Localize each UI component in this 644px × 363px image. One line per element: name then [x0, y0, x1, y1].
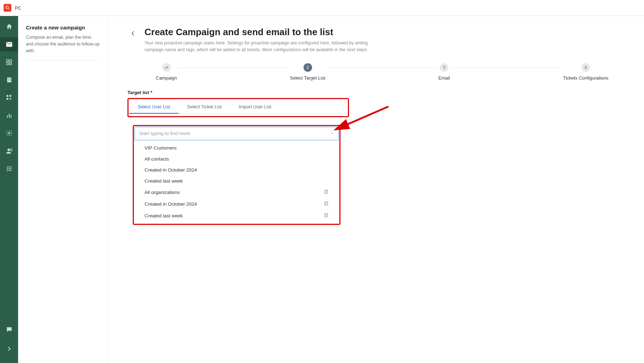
side-desc: Compose an email, plan the time, and cho…	[26, 34, 100, 61]
svg-rect-35	[327, 202, 327, 203]
svg-rect-38	[325, 213, 328, 217]
app-logo	[4, 4, 11, 12]
svg-point-17	[7, 148, 10, 151]
option-label: All organizations	[144, 190, 180, 195]
svg-rect-18	[10, 149, 12, 151]
svg-point-21	[10, 166, 11, 167]
svg-point-22	[7, 168, 8, 169]
svg-rect-11	[6, 98, 8, 100]
page-subtitle: Your new proactive campaign starts here.…	[144, 40, 372, 53]
nav-docs[interactable]	[0, 73, 18, 87]
target-tabs: Select User List Select Ticket List Impo…	[129, 100, 347, 114]
nav-add[interactable]	[0, 91, 18, 105]
svg-rect-39	[326, 214, 326, 215]
step-2-label: Select Target List	[290, 75, 325, 81]
svg-rect-6	[9, 63, 11, 65]
tab-select-ticket-list[interactable]: Select Ticket List	[179, 100, 230, 114]
svg-point-19	[7, 166, 8, 167]
target-list-label: Target list *	[127, 90, 626, 95]
nav-home[interactable]	[0, 20, 18, 34]
nav-settings[interactable]	[0, 126, 18, 140]
svg-rect-42	[327, 215, 327, 216]
option-label: All contacts	[144, 156, 169, 162]
nav-modules[interactable]	[0, 55, 18, 69]
app-code: PC	[15, 5, 21, 11]
svg-rect-31	[326, 192, 326, 192]
combobox-input[interactable]	[139, 131, 330, 136]
organization-icon	[324, 213, 329, 219]
svg-rect-32	[327, 192, 327, 192]
content-area: Create Campaign and send email to the li…	[108, 16, 644, 363]
combobox-option[interactable]: Created in October 2024	[135, 198, 339, 210]
step-4-circle[interactable]: 4	[582, 63, 590, 72]
svg-rect-37	[327, 204, 327, 204]
back-button[interactable]	[127, 28, 138, 39]
step-3-circle[interactable]: 3	[440, 63, 448, 72]
svg-rect-41	[326, 215, 326, 216]
option-label: Created in October 2024	[144, 167, 197, 173]
svg-point-24	[10, 168, 11, 169]
side-title: Create a new campaign	[26, 25, 100, 31]
page-title: Create Campaign and send email to the li…	[144, 27, 372, 38]
nav-apps[interactable]	[0, 162, 18, 176]
svg-rect-34	[326, 202, 326, 203]
svg-rect-28	[325, 190, 328, 193]
option-label: VIP Customers	[144, 145, 177, 151]
nav-email[interactable]	[0, 37, 18, 52]
svg-rect-40	[327, 214, 327, 215]
option-label: Created last week	[144, 178, 183, 184]
step-1-circle[interactable]	[162, 63, 171, 72]
tab-select-user-list[interactable]: Select User List	[129, 100, 179, 114]
svg-rect-30	[327, 191, 327, 191]
combobox[interactable]	[135, 127, 339, 140]
chevron-up-icon[interactable]	[330, 130, 334, 137]
nav-chat[interactable]	[0, 323, 18, 337]
combobox-option[interactable]: All organizations	[135, 186, 339, 198]
step-2-circle[interactable]: 2	[304, 63, 312, 72]
nav-rail	[0, 16, 18, 363]
option-label: Created last week	[144, 213, 183, 218]
tabs-highlight: Select User List Select Ticket List Impo…	[127, 98, 349, 117]
combobox-option[interactable]: Created last week	[135, 210, 339, 222]
svg-rect-3	[6, 60, 9, 62]
combobox-highlight: VIP CustomersAll contactsCreated in Octo…	[133, 125, 340, 225]
svg-rect-10	[6, 95, 8, 97]
combobox-list: VIP CustomersAll contactsCreated in Octo…	[135, 140, 339, 223]
svg-point-27	[10, 170, 11, 171]
top-bar: PC	[0, 0, 644, 16]
svg-point-16	[8, 132, 10, 134]
svg-point-20	[9, 166, 10, 167]
combobox-option[interactable]: Created last week	[135, 175, 339, 186]
svg-line-1	[8, 8, 9, 10]
step-3-label: Email	[438, 75, 450, 81]
svg-rect-33	[325, 202, 328, 205]
nav-analytics[interactable]	[0, 108, 18, 123]
step-4-label: Tickets Configurations	[563, 75, 608, 81]
nav-expand[interactable]	[0, 342, 18, 356]
tab-import-user-list[interactable]: Import User List	[230, 100, 280, 114]
svg-rect-5	[6, 63, 9, 65]
svg-point-25	[7, 170, 8, 171]
svg-rect-12	[9, 95, 11, 97]
combobox-option[interactable]: Created in October 2024	[135, 164, 339, 175]
organization-icon	[324, 189, 329, 195]
svg-rect-7	[7, 77, 11, 82]
svg-point-4	[9, 60, 12, 62]
option-label: Created in October 2024	[144, 201, 197, 207]
combobox-option[interactable]: All contacts	[135, 153, 339, 164]
side-panel: Create a new campaign Compose an email, …	[18, 16, 108, 363]
stepper: Campaign 2 Select Target List 3 Email 4 …	[156, 63, 608, 81]
organization-icon	[324, 201, 329, 207]
combobox-option[interactable]: VIP Customers	[135, 142, 339, 153]
nav-admin[interactable]	[0, 144, 18, 158]
step-1-label: Campaign	[156, 75, 177, 81]
svg-point-26	[9, 170, 10, 171]
svg-rect-36	[326, 204, 326, 204]
svg-point-23	[9, 168, 10, 169]
svg-rect-29	[326, 191, 326, 191]
